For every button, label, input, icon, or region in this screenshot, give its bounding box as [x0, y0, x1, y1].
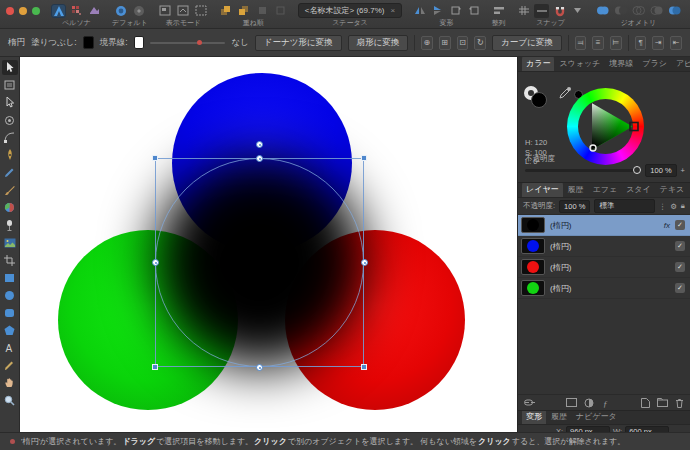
layer-visibility-checkbox[interactable]: ✓ — [675, 220, 685, 230]
layer-row-black-ellipse[interactable]: (楕円) fx ✓ — [518, 215, 690, 236]
export-persona-button[interactable] — [87, 4, 102, 18]
vector-crop-tool[interactable] — [2, 253, 18, 268]
align-left-icon[interactable]: ⫤ — [575, 36, 587, 50]
opacity-value[interactable]: 100 % — [645, 164, 676, 177]
move-forward-button[interactable] — [219, 4, 234, 18]
maximize-window-button[interactable] — [32, 7, 40, 15]
close-document-icon[interactable]: × — [390, 6, 395, 15]
minimize-window-button[interactable] — [19, 7, 27, 15]
layers-options-icon[interactable]: ⋮ — [659, 202, 667, 211]
move-back-button[interactable] — [273, 4, 288, 18]
layer-visibility-checkbox[interactable]: ✓ — [675, 262, 685, 272]
selection-handle-w[interactable] — [152, 259, 159, 266]
tab-transform[interactable]: 変形 — [522, 411, 546, 424]
layer-visibility-checkbox[interactable]: ✓ — [675, 283, 685, 293]
magnet-button[interactable] — [552, 4, 567, 18]
view-tool[interactable] — [2, 375, 18, 390]
lock-children-icon[interactable]: ⊡ — [457, 36, 469, 50]
delete-layer-icon[interactable] — [675, 398, 684, 408]
fill-color-circle[interactable] — [531, 92, 547, 108]
tab-swatches[interactable]: スウォッチ — [555, 57, 604, 71]
layers-empty-area[interactable] — [518, 299, 690, 394]
place-image-tool[interactable] — [2, 235, 18, 250]
polygon-tool[interactable] — [2, 323, 18, 338]
align-top-icon[interactable]: ¶ — [635, 36, 647, 50]
pen-tool[interactable] — [2, 148, 18, 163]
default-settings-button[interactable] — [113, 4, 128, 18]
blend-mode-select[interactable]: 標準 — [594, 199, 654, 213]
layer-visibility-checkbox[interactable]: ✓ — [675, 241, 685, 251]
fill-swatch[interactable] — [83, 36, 94, 49]
align-right-icon[interactable]: ⊨ — [610, 36, 622, 50]
new-group-icon[interactable] — [657, 398, 668, 407]
snap-toggle-button[interactable] — [534, 4, 549, 18]
opacity-knob[interactable] — [633, 166, 641, 174]
close-window-button[interactable] — [6, 7, 14, 15]
snap-options-dropdown[interactable] — [570, 4, 585, 18]
designer-persona-button[interactable] — [51, 4, 66, 18]
align-center-icon[interactable]: ≡ — [592, 36, 604, 50]
tab-layers[interactable]: レイヤー — [522, 183, 563, 197]
move-front-button[interactable] — [255, 4, 270, 18]
rotate-ccw-button[interactable] — [448, 4, 463, 18]
boolean-intersect-button[interactable] — [631, 4, 646, 18]
viewmode-retina-button[interactable] — [194, 4, 209, 18]
pixel-tool[interactable] — [2, 358, 18, 373]
tab-appearance[interactable]: アピアランス — [672, 57, 690, 71]
color-wheel[interactable] — [567, 88, 644, 165]
layer-name[interactable]: (楕円) — [550, 262, 670, 273]
boolean-xor-button[interactable] — [649, 4, 664, 18]
align-bottom-icon[interactable]: ⇤ — [670, 36, 682, 50]
selection-handle-ne[interactable] — [361, 155, 367, 161]
tab-color[interactable]: カラー — [522, 57, 554, 71]
tab-history2[interactable]: 履歴 — [547, 411, 571, 424]
convert-to-donut-button[interactable]: ドーナツ形に変換 — [255, 35, 342, 51]
rotate-cw-button[interactable] — [466, 4, 481, 18]
hyperlink-icon[interactable] — [524, 398, 536, 407]
layers-opacity-value[interactable]: 100 % — [559, 200, 590, 213]
tab-history[interactable]: 履歴 — [564, 183, 588, 197]
layer-row-green-ellipse[interactable]: (楕円) ✓ — [518, 278, 690, 299]
zoom-tool[interactable] — [2, 393, 18, 408]
insert-target-icon[interactable]: ⊕ — [421, 36, 433, 50]
node-tool[interactable] — [2, 95, 18, 110]
tab-effects[interactable]: エフェ — [589, 183, 622, 197]
boolean-subtract-button[interactable] — [613, 4, 628, 18]
tab-styles[interactable]: スタイ — [622, 183, 655, 197]
pixel-persona-button[interactable] — [69, 4, 84, 18]
scale-with-object-icon[interactable]: ⊞ — [439, 36, 451, 50]
opacity-slider[interactable] — [525, 169, 641, 172]
cycle-icon[interactable]: ↻ — [474, 36, 486, 50]
align-button[interactable] — [491, 4, 506, 18]
new-layer-icon[interactable] — [641, 398, 650, 408]
corner-tool[interactable] — [2, 130, 18, 145]
fill-gradient-tool[interactable] — [2, 200, 18, 215]
rounded-rectangle-tool[interactable] — [2, 305, 18, 320]
boolean-divide-button[interactable] — [667, 4, 682, 18]
layers-lock-icon[interactable]: 🔒︎ — [681, 201, 685, 211]
document-canvas[interactable] — [20, 57, 517, 432]
layer-row-blue-ellipse[interactable]: (楕円) ✓ — [518, 236, 690, 257]
selection-bounding-box[interactable] — [155, 158, 364, 367]
selection-handle-se[interactable] — [361, 364, 367, 370]
convert-to-curves-button[interactable]: カーブに変換 — [492, 35, 562, 51]
transparency-tool[interactable] — [2, 218, 18, 233]
tab-navigator[interactable]: ナビゲータ — [572, 411, 621, 424]
rotation-handle[interactable] — [256, 141, 263, 148]
flip-horizontal-button[interactable] — [412, 4, 427, 18]
grid-button[interactable] — [516, 4, 531, 18]
move-tool[interactable] — [2, 60, 18, 75]
artistic-text-tool[interactable]: A — [2, 340, 18, 355]
selection-handle-nw[interactable] — [152, 155, 158, 161]
adjustment-layer-icon[interactable] — [584, 398, 594, 408]
revert-defaults-button[interactable] — [131, 4, 146, 18]
mask-layer-icon[interactable] — [566, 398, 577, 407]
point-transform-tool[interactable] — [2, 113, 18, 128]
rectangle-tool[interactable] — [2, 270, 18, 285]
flip-vertical-button[interactable] — [430, 4, 445, 18]
layer-name[interactable]: (楕円) — [550, 220, 659, 231]
selection-handle-s[interactable] — [256, 364, 263, 371]
artboard-tool[interactable] — [2, 78, 18, 93]
pencil-tool[interactable] — [2, 165, 18, 180]
layer-name[interactable]: (楕円) — [550, 241, 670, 252]
